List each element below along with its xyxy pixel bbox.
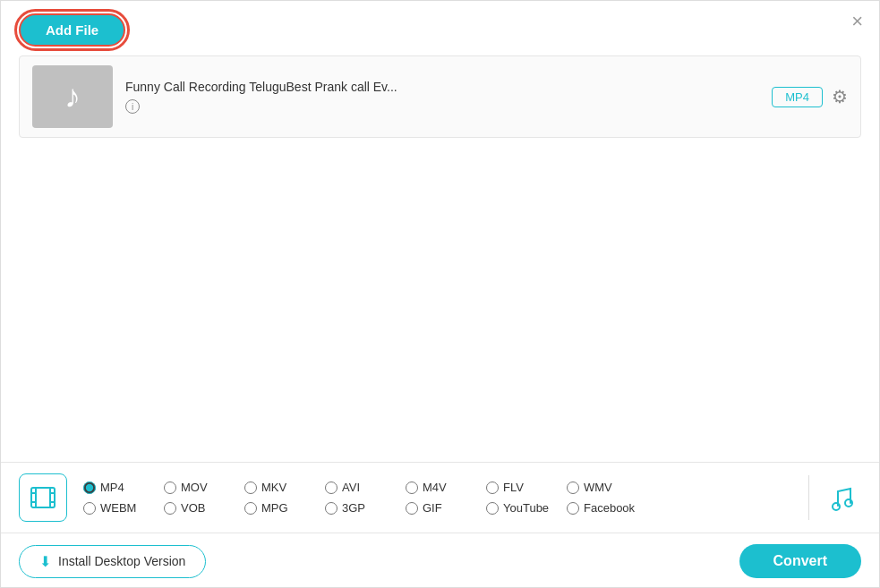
- format-gif[interactable]: GIF: [406, 501, 486, 515]
- video-format-icon-box[interactable]: ⬛: [19, 473, 67, 522]
- audio-icon-box[interactable]: [822, 478, 861, 517]
- info-icon[interactable]: i: [125, 99, 140, 114]
- file-item: ♪ Funny Call Recording TeluguBest Prank …: [20, 56, 860, 137]
- svg-point-7: [833, 503, 840, 510]
- audio-note-icon: [826, 482, 857, 513]
- format-radio-youtube[interactable]: [486, 502, 499, 515]
- format-divider: [808, 475, 809, 520]
- format-wmv[interactable]: WMV: [567, 481, 647, 494]
- format-bar: ⬛ MP4 MOV MKV AVI M4V: [1, 462, 879, 533]
- download-icon: ⬇: [39, 553, 51, 570]
- format-youtube[interactable]: YouTube: [486, 501, 567, 515]
- film-svg-icon: [30, 484, 56, 511]
- format-row-1: MP4 MOV MKV AVI M4V FLV WMV: [83, 481, 796, 494]
- format-m4v[interactable]: M4V: [406, 481, 486, 494]
- footer: ⬇ Install Desktop Version Convert: [1, 535, 879, 587]
- format-radio-flv[interactable]: [486, 481, 499, 494]
- svg-rect-0: [31, 488, 55, 507]
- format-radio-mov[interactable]: [164, 481, 176, 494]
- music-note-icon: ♪: [64, 78, 81, 115]
- install-label: Install Desktop Version: [58, 554, 185, 568]
- format-radio-mp4[interactable]: [83, 481, 96, 494]
- convert-button[interactable]: Convert: [739, 544, 861, 578]
- format-radio-vob[interactable]: [164, 502, 176, 515]
- toolbar: Add File: [1, 1, 879, 55]
- format-radio-m4v[interactable]: [406, 481, 418, 494]
- format-mkv[interactable]: MKV: [244, 481, 325, 494]
- format-options-container: MP4 MOV MKV AVI M4V FLV WMV W: [83, 481, 796, 515]
- format-row-2: WEBM VOB MPG 3GP GIF YouTube Facebook: [83, 501, 796, 515]
- settings-icon[interactable]: ⚙: [832, 86, 848, 107]
- install-desktop-button[interactable]: ⬇ Install Desktop Version: [19, 545, 206, 578]
- format-vob[interactable]: VOB: [164, 501, 244, 515]
- file-name: Funny Call Recording TeluguBest Prank ca…: [125, 80, 759, 94]
- file-actions: MP4 ⚙: [772, 86, 848, 107]
- format-radio-3gp[interactable]: [325, 502, 337, 515]
- format-radio-wmv[interactable]: [567, 481, 579, 494]
- file-info: Funny Call Recording TeluguBest Prank ca…: [125, 80, 759, 115]
- format-mp4[interactable]: MP4: [83, 481, 164, 494]
- add-file-button[interactable]: Add File: [19, 13, 125, 47]
- format-3gp[interactable]: 3GP: [325, 501, 406, 515]
- file-list: ♪ Funny Call Recording TeluguBest Prank …: [19, 55, 861, 138]
- format-radio-facebook[interactable]: [567, 502, 579, 515]
- format-radio-gif[interactable]: [406, 502, 418, 515]
- close-button[interactable]: ×: [851, 12, 863, 31]
- format-radio-mkv[interactable]: [244, 481, 257, 494]
- format-mpg[interactable]: MPG: [244, 501, 325, 515]
- format-badge[interactable]: MP4: [772, 87, 823, 107]
- format-mov[interactable]: MOV: [164, 481, 244, 494]
- format-avi[interactable]: AVI: [325, 481, 406, 494]
- file-thumbnail: ♪: [32, 65, 113, 128]
- format-radio-avi[interactable]: [325, 481, 337, 494]
- format-radio-mpg[interactable]: [244, 502, 257, 515]
- format-radio-webm[interactable]: [83, 502, 96, 515]
- content-area: [1, 138, 879, 433]
- format-webm[interactable]: WEBM: [83, 501, 164, 515]
- format-flv[interactable]: FLV: [486, 481, 567, 494]
- format-facebook[interactable]: Facebook: [567, 501, 647, 515]
